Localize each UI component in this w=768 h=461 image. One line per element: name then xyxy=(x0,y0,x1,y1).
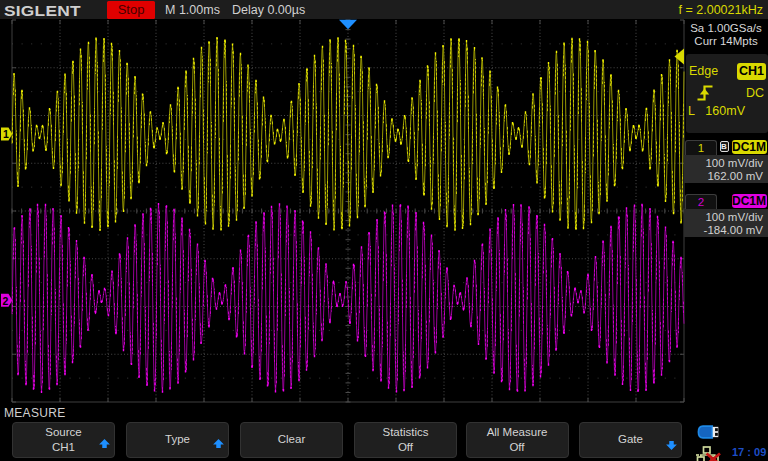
svg-text:2: 2 xyxy=(3,295,9,307)
svg-text:1: 1 xyxy=(3,128,9,140)
